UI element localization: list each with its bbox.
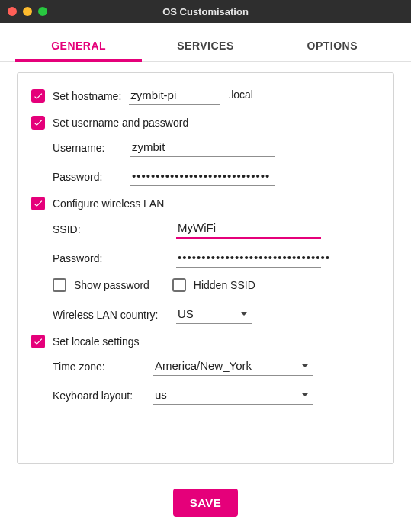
tab-general[interactable]: GENERAL [15,30,142,61]
show-password-label: Show password [74,279,149,291]
window-title: OS Customisation [0,6,411,18]
password-input[interactable]: ••••••••••••••••••••••••••••• [130,168,275,186]
show-password-checkbox[interactable] [53,278,66,292]
chevron-down-icon [301,393,309,396]
locale-label: Set locale settings [53,335,140,348]
check-icon [33,117,43,128]
bottom-bar: SAVE [0,482,411,532]
wifi-country-label: Wireless LAN country: [53,309,167,324]
keyboard-select[interactable]: us [153,386,313,405]
hostname-checkbox[interactable] [31,89,45,103]
hostname-label: Set hostname: [53,90,121,102]
check-icon [33,336,43,347]
timezone-label: Time zone: [53,361,144,376]
wifi-country-select[interactable]: US [176,306,252,324]
wifi-password-label: Password: [53,252,167,268]
ssid-input[interactable]: MyWiFi [176,220,321,239]
hostname-suffix: .local [228,88,253,104]
hidden-ssid-checkbox[interactable] [172,278,186,292]
maximize-icon[interactable] [38,7,47,16]
timezone-select[interactable]: America/New_York [153,357,313,376]
username-input[interactable]: zymbit [130,139,275,157]
username-label: Username: [53,142,121,157]
locale-checkbox[interactable] [31,335,45,348]
wifi-label: Configure wireless LAN [53,197,164,210]
wifi-checkbox[interactable] [31,197,45,210]
minimize-icon[interactable] [23,7,32,16]
tab-services[interactable]: SERVICES [142,30,268,61]
text-cursor [217,221,217,233]
check-icon [33,91,43,101]
os-customisation-window: OS Customisation GENERAL SERVICES OPTION… [0,0,411,532]
hidden-ssid-label: Hidden SSID [194,279,255,291]
general-panel: Set hostname: zymbit-pi .local Set usern… [17,72,394,464]
userpass-checkbox[interactable] [31,116,45,130]
ssid-label: SSID: [53,223,167,239]
titlebar: OS Customisation [0,0,411,23]
keyboard-label: Keyboard layout: [53,389,144,405]
tab-options[interactable]: OPTIONS [269,30,396,61]
window-controls [8,7,47,16]
wifi-password-input[interactable]: •••••••••••••••••••••••••••••••• [176,249,321,268]
tab-bar: GENERAL SERVICES OPTIONS [0,30,411,62]
userpass-label: Set username and password [53,117,188,129]
hostname-input[interactable]: zymbit-pi [129,87,220,105]
chevron-down-icon [301,364,309,367]
chevron-down-icon [240,312,248,316]
close-icon[interactable] [8,7,17,16]
password-label: Password: [53,171,121,186]
save-button[interactable]: SAVE [173,489,239,517]
check-icon [33,198,43,209]
